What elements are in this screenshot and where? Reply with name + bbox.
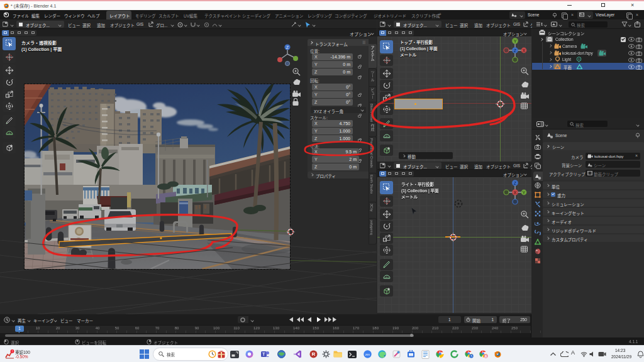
svg-text:Z: Z [514,181,517,185]
svg-text:Z: Z [286,45,289,50]
svg-text:X: X [514,190,517,195]
svg-text:Z: Z [514,48,517,53]
svg-text:zm: zm [365,353,370,356]
svg-text:T: T [262,352,265,356]
svg-text:Y: Y [514,39,517,43]
svg-text:Y: Y [523,190,526,195]
svg-text:X: X [523,48,526,53]
svg-text:R: R [312,351,316,357]
